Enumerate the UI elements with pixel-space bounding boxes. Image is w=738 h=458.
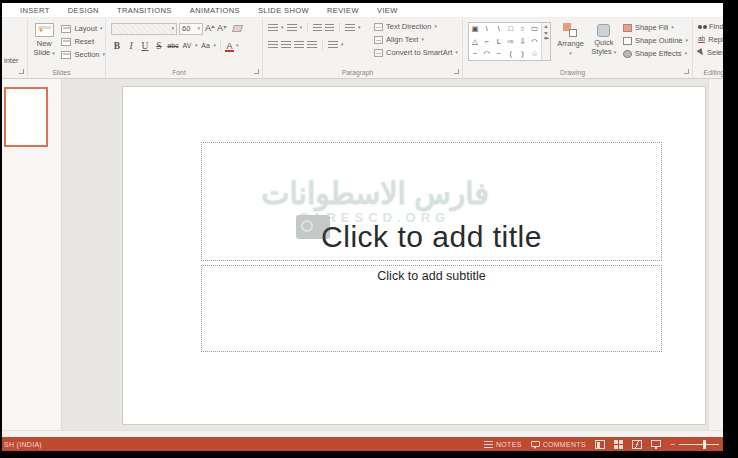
shape-cell[interactable]: ▣ [471,25,478,33]
align-text-button[interactable]: Align Text ▾ [374,34,458,45]
title-placeholder[interactable]: Click to add title [201,142,662,261]
chevron-down-icon: ▾ [300,25,303,30]
shape-cell[interactable]: \ [486,25,488,33]
zoom-slider-handle[interactable] [703,440,706,449]
justify-icon[interactable] [307,41,317,49]
shape-cell[interactable]: \ [498,25,500,33]
shape-fill-button[interactable]: Shape Fill ▾ [623,22,688,33]
change-case-button[interactable]: Aa [200,42,212,49]
language-indicator[interactable]: SH (INDIA) [2,441,42,448]
underline-button[interactable]: U [139,41,151,51]
shape-outline-button[interactable]: Shape Outline ▾ [623,35,688,46]
scroll-up-icon[interactable] [544,25,548,28]
select-button[interactable]: Select ▾ [698,47,723,58]
shape-cell[interactable]: ○ [520,25,525,33]
vertical-scrollbar[interactable] [708,79,723,430]
shape-cell[interactable]: L [497,38,501,46]
font-color-button[interactable]: A [225,41,234,51]
zoom-slider[interactable] [679,444,719,445]
text-direction-button[interactable]: Text Direction ▾ [374,21,458,32]
shape-outline-icon [623,37,632,45]
shape-cell[interactable]: △ [472,38,478,46]
chevron-down-icon: ▾ [197,26,200,31]
slide-thumbnail-1[interactable] [4,87,48,147]
clipboard-dialog-launcher-icon[interactable] [19,69,24,74]
text-shadow-button[interactable]: S [153,41,165,51]
align-left-icon[interactable] [268,41,278,49]
tab-view[interactable]: VIEW [368,6,407,15]
shape-cell[interactable]: ⇨ [508,38,514,46]
shapes-gallery[interactable]: ▣ \ \ □ ○ ▭ △ ⌐ L ⇨ ⇩ ◠ ~ ◠ ~ ( ) [468,22,551,61]
font-group-label: Font [106,69,252,76]
shape-cell[interactable]: ) [521,50,524,58]
tab-design[interactable]: DESIGN [59,6,108,15]
clear-formatting-icon[interactable] [232,25,243,32]
shape-cell[interactable]: ◠ [484,50,491,58]
chevron-down-icon: ▾ [358,25,361,30]
normal-view-button[interactable] [595,440,605,449]
increase-indent-icon[interactable] [325,24,334,32]
reading-view-button[interactable] [632,440,642,449]
font-group: ▾ 60 ▾ A A B I U S abc AV ▾ [106,18,263,78]
shape-cell[interactable]: ~ [473,50,477,58]
shape-cell[interactable]: ~ [497,50,501,58]
subtitle-placeholder[interactable]: Click to add subtitle [201,265,662,352]
paragraph-dialog-launcher-icon[interactable] [454,69,459,74]
font-size-combobox[interactable]: 60 ▾ [179,23,203,35]
tab-slide-show[interactable]: SLIDE SHOW [249,6,318,15]
shape-cell[interactable]: ( [509,50,512,58]
align-right-icon[interactable] [294,41,304,49]
increase-font-size-button[interactable]: A [205,24,215,33]
line-spacing-icon[interactable] [345,24,355,32]
font-dialog-launcher-icon[interactable] [254,69,259,74]
slide-thumbnail-panel[interactable] [2,79,62,437]
notes-toggle-button[interactable]: NOTES [484,441,522,448]
font-name-combobox[interactable]: ▾ [111,23,177,35]
slide-show-button[interactable] [651,440,661,447]
layout-button[interactable]: Layout ▾ [61,23,105,34]
section-button[interactable]: Section ▾ [61,49,105,60]
tab-review[interactable]: REVIEW [318,6,368,15]
convert-to-smartart-button[interactable]: Convert to SmartArt ▾ [374,47,458,58]
bold-button[interactable]: B [111,41,123,51]
slide-sorter-view-button[interactable] [614,440,623,449]
paragraph-group: ▾ ▾ ▾ ▾ [263,18,463,78]
shape-cell[interactable]: □ [508,25,513,33]
shape-cell[interactable]: ⇩ [519,38,525,46]
text-direction-icon [374,23,383,31]
zoom-out-button[interactable]: − [670,440,676,449]
chevron-down-icon: ▾ [685,38,688,43]
scroll-down-icon[interactable] [544,32,548,35]
format-painter-button[interactable]: inter [4,56,19,65]
character-spacing-button[interactable]: AV [181,42,193,49]
tab-insert[interactable]: INSERT [11,6,59,15]
decrease-font-size-button[interactable]: A [217,24,227,33]
horizontal-scrollbar[interactable] [2,430,723,437]
decrease-indent-icon[interactable] [313,24,322,32]
gallery-more-icon[interactable] [544,37,548,57]
reset-button[interactable]: Reset [61,36,105,47]
strikethrough-button[interactable]: abc [167,42,179,49]
tab-transitions[interactable]: TRANSITIONS [108,6,181,15]
italic-button[interactable]: I [125,41,137,51]
drawing-dialog-launcher-icon[interactable] [684,69,689,74]
numbering-icon[interactable] [287,24,297,32]
chevron-down-icon: ▾ [434,24,437,29]
tab-animations[interactable]: ANIMATIONS [181,6,249,15]
gallery-scrollbar[interactable] [541,23,550,60]
bullets-icon[interactable] [268,24,278,32]
comments-toggle-button[interactable]: COMMENTS [531,441,586,448]
chevron-down-icon: ▾ [421,37,424,42]
find-button[interactable]: Find [698,21,723,32]
replace-button[interactable]: ab Replace [698,34,723,45]
shape-cell[interactable]: ◠ [531,38,538,46]
shape-effects-button[interactable]: Shape Effects ▾ [623,48,688,59]
shape-cell[interactable]: ⌐ [485,38,489,46]
slide-canvas[interactable]: Click to add title Click to add subtitle [122,86,706,425]
shape-cell[interactable]: ☆ [531,50,538,58]
shape-cell[interactable]: ▭ [531,25,538,33]
align-center-icon[interactable] [281,41,291,49]
columns-icon[interactable] [328,41,338,49]
new-slide-icon: ✦ [35,23,54,37]
sparkle-icon: ✦ [38,26,51,29]
